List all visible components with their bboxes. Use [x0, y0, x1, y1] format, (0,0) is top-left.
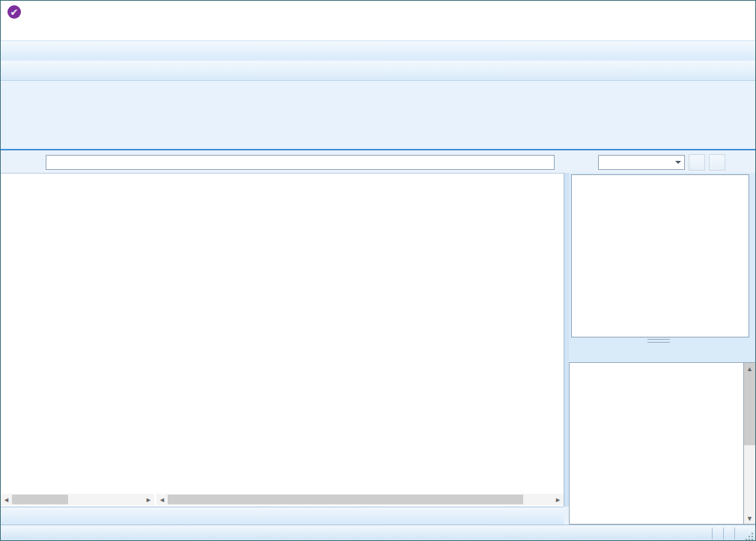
task-table: ◄► ◄►: [1, 173, 564, 507]
insert-date-button[interactable]: [689, 154, 705, 171]
app-icon: ✔: [7, 5, 21, 19]
title-bar: ✔: [1, 1, 755, 24]
status-bar: [1, 525, 755, 541]
resize-grip[interactable]: [745, 532, 754, 541]
right-panel: ▲ ▼: [569, 173, 756, 525]
columns-hscrollbar[interactable]: ◄►: [156, 494, 564, 505]
attributes-vscrollbar[interactable]: ▲ ▼: [744, 362, 756, 525]
maximize-button[interactable]: [688, 1, 722, 23]
minimize-button[interactable]: [654, 1, 688, 23]
attribute-detail-icon[interactable]: [570, 344, 589, 361]
task-comments-box[interactable]: [571, 174, 749, 337]
secondary-toolbar: [1, 61, 755, 81]
main-toolbar: [1, 40, 755, 61]
view-tab-bar: [1, 507, 564, 525]
comments-format-combo[interactable]: [598, 155, 685, 170]
attributes-grid: [569, 362, 744, 525]
comments-splitter-grip[interactable]: [647, 339, 670, 343]
project-row: [1, 152, 755, 173]
filter-panel: [1, 81, 755, 150]
project-title-input[interactable]: [46, 155, 555, 170]
chevron-down-icon[interactable]: [672, 156, 684, 169]
attributes-toolbar: [570, 343, 755, 361]
insert-time-button[interactable]: [709, 154, 725, 171]
todolist-window: ✔ ◄► ◄►: [0, 0, 756, 541]
close-button[interactable]: [722, 1, 755, 23]
menu-bar: [1, 23, 755, 40]
title-column-hscrollbar[interactable]: ◄►: [1, 494, 154, 505]
move-attribute-up-icon[interactable]: [589, 344, 608, 361]
